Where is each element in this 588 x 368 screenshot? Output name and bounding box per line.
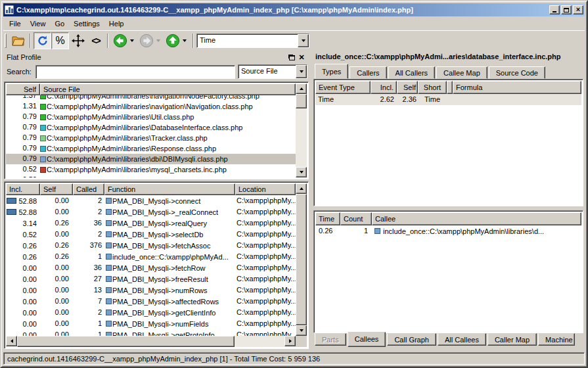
source-file-row[interactable]: 0.79 C:\xampp\phpMyAdmin\libraries\Respo… xyxy=(6,143,296,154)
tab[interactable]: Call Graph xyxy=(387,333,436,346)
expand-areas-button[interactable] xyxy=(69,32,87,49)
function-row[interactable]: 0.00 0.00 27 PMA_DBI_Mysqli->freeResult … xyxy=(6,273,296,285)
scrollbar-track[interactable] xyxy=(235,336,284,347)
scrollbar-thumb[interactable] xyxy=(17,336,235,347)
tab[interactable]: Machine xyxy=(538,333,575,346)
group-by-combobox[interactable]: Source File xyxy=(238,64,307,79)
tab[interactable]: Callees xyxy=(348,332,386,347)
function-row[interactable]: 0.00 0.00 1 PMA_DBI_Mysqli->numFields C:… xyxy=(6,318,296,329)
source-file-row[interactable]: 0.79 C:\xampp\phpMyAdmin\libraries\Track… xyxy=(6,133,296,143)
toolbar-handle[interactable] xyxy=(5,34,7,48)
reload-button[interactable] xyxy=(34,32,51,49)
event-type-combobox[interactable]: Time xyxy=(196,34,309,48)
function-row[interactable]: 3.14 0.26 36 PMA_DBI_Mysqli->realQuery C… xyxy=(6,218,296,229)
function-row[interactable]: 0.00 0.00 1 PMA_DBI_Mysqli->getProtoInfo… xyxy=(6,329,296,336)
up-button[interactable] xyxy=(164,32,181,49)
column-header-incl[interactable]: Incl. xyxy=(6,183,40,195)
column-header-event-type[interactable]: Event Type xyxy=(315,81,371,94)
scroll-down-button[interactable] xyxy=(296,167,307,177)
menu-item[interactable]: Help xyxy=(104,18,129,29)
scrollbar-track[interactable] xyxy=(296,108,307,167)
column-header-spacer[interactable] xyxy=(447,81,453,94)
incl-cost-bar xyxy=(7,209,16,215)
scroll-up-button[interactable] xyxy=(296,183,307,194)
tab[interactable]: Parts xyxy=(315,333,346,346)
close-panel-button[interactable]: ✕ xyxy=(297,53,306,62)
function-row[interactable]: 52.88 0.00 2 PMA_DBI_Mysqli->connect C:\… xyxy=(6,195,296,206)
close-button[interactable]: × xyxy=(573,5,583,14)
scrollbar-thumb[interactable] xyxy=(296,94,307,108)
callee-row[interactable]: 0.26 1 include_once::C:\xampp\phpMyAdmin… xyxy=(315,225,581,237)
function-row[interactable]: 0.00 0.00 36 PMA_DBI_Mysqli->fetchRow C:… xyxy=(6,262,296,273)
source-file-row[interactable]: 0.79 C:\xampp\phpMyAdmin\libraries\dbi\D… xyxy=(6,154,296,164)
combo-dropdown-button[interactable] xyxy=(296,65,307,78)
column-header-count[interactable]: Count xyxy=(340,212,372,225)
arrow-down-icon xyxy=(300,171,304,173)
vertical-scrollbar[interactable] xyxy=(296,183,307,336)
column-header-self[interactable]: Self xyxy=(40,183,73,195)
minimize-button[interactable] xyxy=(549,5,560,14)
function-row[interactable]: 0.00 0.00 2 PMA_DBI_Mysqli->getClientInf… xyxy=(6,307,296,318)
incl-cost-bar xyxy=(7,198,16,204)
scroll-down-button[interactable] xyxy=(296,325,307,336)
search-input[interactable] xyxy=(35,65,235,79)
tab[interactable]: Callers xyxy=(350,66,386,79)
scrollbar-thumb[interactable] xyxy=(296,194,307,325)
up-dropdown-caret[interactable] xyxy=(183,39,187,42)
function-row[interactable]: 52.88 0.00 2 PMA_DBI_Mysqli->_realConnec… xyxy=(6,206,296,218)
function-row[interactable]: 0.00 0.00 7 PMA_DBI_Mysqli->affectedRows… xyxy=(6,296,296,307)
function-row[interactable]: 0.00 0.00 13 PMA_DBI_Mysqli->numRows C:\… xyxy=(6,285,296,296)
source-file-row[interactable]: 0.52 C:\xampp\phpMyAdmin\libraries\mysql… xyxy=(6,164,296,175)
tab[interactable]: All Callers xyxy=(388,66,436,79)
menu-item[interactable]: File xyxy=(5,18,26,29)
title-bar[interactable]: C:\xampp\tmp\cachegrind.out.1416463299-C… xyxy=(3,3,585,16)
tab[interactable]: Callee Map xyxy=(436,66,487,79)
back-dropdown-caret[interactable] xyxy=(130,39,134,42)
menu-item[interactable]: View xyxy=(26,18,51,29)
detect-cycles-button[interactable]: <> xyxy=(87,32,104,49)
scroll-right-button[interactable] xyxy=(284,336,296,346)
menu-item[interactable]: Settings xyxy=(69,18,104,29)
relative-percent-button[interactable]: % xyxy=(51,32,69,49)
maximize-button[interactable] xyxy=(561,5,572,14)
menu-item[interactable]: Go xyxy=(50,18,69,29)
function-icon xyxy=(374,228,380,234)
horizontal-scrollbar[interactable] xyxy=(6,336,296,347)
column-header-source-file[interactable]: Source File xyxy=(40,83,296,95)
flat-profile-header[interactable]: Flat Profile ✕ xyxy=(4,51,309,63)
column-header-formula[interactable]: Formula xyxy=(453,81,581,94)
tab[interactable]: Source Code xyxy=(489,66,545,79)
column-header-self[interactable]: Self xyxy=(6,83,40,95)
event-type-row[interactable]: Time 2.62 2.36 Time xyxy=(315,94,581,105)
function-row[interactable]: 0.26 0.26 1 include_once::C:\xampp\phpMy… xyxy=(6,251,296,262)
back-button[interactable] xyxy=(111,32,129,49)
event-type-value: Time xyxy=(197,34,298,47)
close-icon: × xyxy=(576,6,580,13)
function-row[interactable]: 0.52 0.00 2 PMA_DBI_Mysqli->selectDb C:\… xyxy=(6,229,296,240)
source-file-row[interactable]: 0.79 C:\xampp\phpMyAdmin\libraries\Util.… xyxy=(6,112,296,122)
column-header-function[interactable]: Function xyxy=(104,183,235,195)
column-header-location[interactable]: Location xyxy=(235,183,296,195)
column-header-self[interactable]: Self xyxy=(397,81,418,94)
source-file-row[interactable]: 0.52 C:\xampp\phpMyAdmin\libraries\user_… xyxy=(6,175,296,177)
open-file-button[interactable] xyxy=(9,32,27,49)
vertical-scrollbar[interactable] xyxy=(296,83,307,177)
column-header-time[interactable]: Time xyxy=(315,212,340,225)
forward-dropdown-caret[interactable] xyxy=(156,39,160,42)
float-panel-button[interactable] xyxy=(286,53,296,62)
scroll-up-button[interactable] xyxy=(296,83,307,94)
column-header-incl[interactable]: Incl. xyxy=(371,81,397,94)
tab[interactable]: All Callees xyxy=(438,333,486,346)
source-file-row[interactable]: 1.37 C:\xampp\phpMyAdmin\libraries\navig… xyxy=(6,95,296,101)
scroll-left-button[interactable] xyxy=(6,336,17,346)
column-header-short[interactable]: Short xyxy=(418,81,447,94)
source-file-row[interactable]: 0.79 C:\xampp\phpMyAdmin\libraries\Datab… xyxy=(6,122,296,133)
combo-dropdown-button[interactable] xyxy=(298,34,309,47)
tab[interactable]: Caller Map xyxy=(487,333,537,346)
column-header-callee[interactable]: Callee xyxy=(372,212,581,225)
column-header-called[interactable]: Called xyxy=(73,183,104,195)
forward-button[interactable] xyxy=(137,32,155,49)
function-row[interactable]: 0.26 0.26 376 PMA_DBI_Mysqli->fetchAssoc… xyxy=(6,240,296,251)
source-file-row[interactable]: 1.31 C:\xampp\phpMyAdmin\libraries\navig… xyxy=(6,101,296,112)
tab[interactable]: Types xyxy=(315,64,348,79)
